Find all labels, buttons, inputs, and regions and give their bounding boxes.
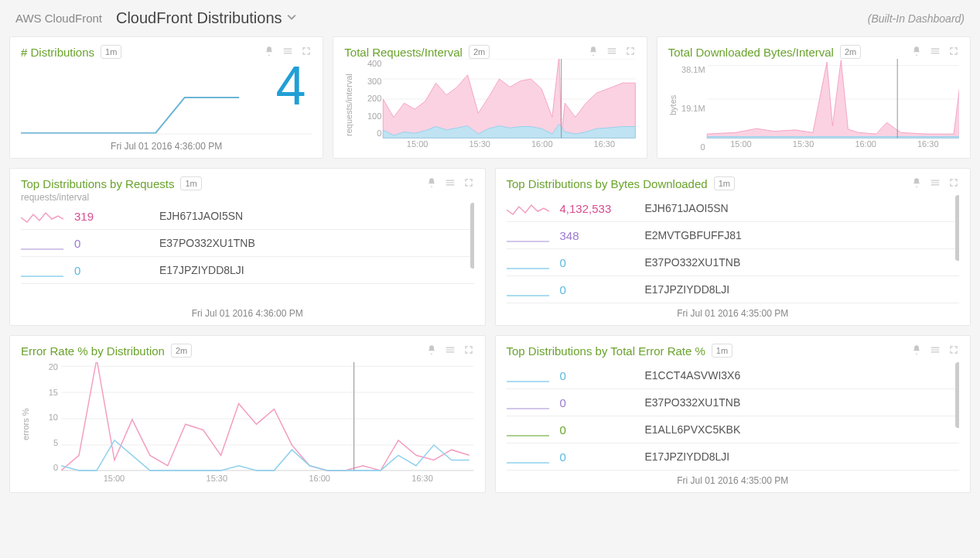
list-item[interactable]: 4,132,533EJH671JAOI5SN bbox=[507, 195, 960, 222]
y-axis-label: requests/interval bbox=[344, 59, 353, 152]
widget-title: Top Distributions by Total Error Rate % bbox=[507, 344, 705, 358]
widget-title: # Distributions bbox=[21, 46, 94, 59]
list-item[interactable]: 0E1ALL6PVXC5KBK bbox=[507, 416, 960, 443]
list-item-label: E1ALL6PVXC5KBK bbox=[645, 423, 741, 436]
list-item[interactable]: 0E37PO332XU1TNB bbox=[507, 389, 960, 416]
sparkline-icon bbox=[21, 262, 63, 278]
menu-icon[interactable] bbox=[930, 344, 941, 358]
list-item[interactable]: 319EJH671JAOI5SN bbox=[21, 203, 474, 230]
list-item[interactable]: 0E1CCT4ASVWI3X6 bbox=[507, 362, 960, 389]
bell-icon[interactable] bbox=[911, 177, 922, 190]
list-item[interactable]: 0E17JPZIYDD8LJI bbox=[507, 276, 960, 303]
list-item-value: 0 bbox=[560, 423, 645, 436]
bell-icon[interactable] bbox=[588, 46, 599, 59]
scrollbar[interactable] bbox=[955, 195, 959, 261]
list-item-label: E2MVTGBFUFFJ81 bbox=[645, 229, 742, 241]
expand-icon[interactable] bbox=[463, 344, 474, 358]
list-item-label: E17JPZIYDD8LJI bbox=[645, 450, 730, 463]
list-item[interactable]: 0E17JPZIYDD8LJI bbox=[507, 443, 960, 471]
list-item[interactable]: 0E37PO332XU1TNB bbox=[507, 249, 960, 276]
list-item[interactable]: 0E37PO332XU1TNB bbox=[21, 230, 474, 257]
bell-icon[interactable] bbox=[264, 46, 275, 59]
list-item-value: 319 bbox=[74, 210, 159, 223]
widget-top-error: Top Distributions by Total Error Rate % … bbox=[495, 335, 971, 493]
widget-timestamp: Fri Jul 01 2016 4:35:00 PM bbox=[507, 475, 960, 486]
widget-title: Top Distributions by Bytes Downloaded bbox=[507, 177, 708, 190]
x-ticks: 15:00 15:30 16:00 16:30 bbox=[678, 139, 959, 152]
sparkline-icon bbox=[507, 449, 549, 464]
list-item[interactable]: 348E2MVTGBFUFFJ81 bbox=[507, 222, 960, 249]
list-item-value: 0 bbox=[560, 283, 645, 296]
list-item-label: E1CCT4ASVWI3X6 bbox=[645, 369, 741, 382]
x-ticks: 15:00 15:30 16:00 16:30 bbox=[30, 474, 474, 486]
expand-icon[interactable] bbox=[948, 177, 959, 190]
list-item-value: 0 bbox=[74, 237, 159, 250]
widget-top-requests: Top Distributions by Requests 1m request… bbox=[9, 168, 486, 326]
interval-badge[interactable]: 2m bbox=[469, 45, 490, 59]
sparkline-icon bbox=[507, 282, 549, 297]
list-item-label: E37PO332XU1TNB bbox=[159, 237, 255, 249]
list-item-label: E37PO332XU1TNB bbox=[645, 396, 741, 409]
scrollbar[interactable] bbox=[955, 362, 959, 428]
widget-total-requests: Total Requests/Interval 2m requests/inte… bbox=[333, 36, 647, 159]
requests-chart[interactable]: 400 300 200 100 0 bbox=[353, 59, 635, 139]
sparkline-icon bbox=[507, 228, 549, 243]
error-rate-chart[interactable]: 20 15 10 5 0 bbox=[30, 362, 474, 474]
y-axis-label: bytes bbox=[668, 59, 678, 152]
menu-icon[interactable] bbox=[930, 46, 941, 59]
widget-timestamp: Fri Jul 01 2016 4:36:00 PM bbox=[21, 308, 474, 319]
dist-count-spark bbox=[21, 82, 312, 136]
page-header: AWS CloudFront CloudFront Distributions … bbox=[0, 0, 980, 36]
widget-timestamp: Fri Jul 01 2016 4:35:00 PM bbox=[507, 308, 960, 319]
widget-title: Total Downloaded Bytes/Interval bbox=[668, 46, 834, 59]
x-ticks: 15:00 15:30 16:00 16:30 bbox=[353, 139, 635, 152]
list-item-label: EJH671JAOI5SN bbox=[645, 202, 729, 214]
widget-subtitle: requests/interval bbox=[21, 192, 474, 203]
bytes-chart[interactable]: 38.1M 19.1M 0 bbox=[678, 59, 959, 139]
interval-badge[interactable]: 1m bbox=[714, 176, 735, 190]
sparkline-icon bbox=[21, 235, 63, 251]
scrollbar[interactable] bbox=[470, 203, 474, 269]
bell-icon[interactable] bbox=[426, 177, 437, 190]
menu-icon[interactable] bbox=[930, 177, 941, 190]
list-item-label: E17JPZIYDD8LJI bbox=[645, 283, 730, 296]
widget-timestamp: Fri Jul 01 2016 4:36:00 PM bbox=[21, 141, 312, 152]
widget-title: Error Rate % by Distribution bbox=[21, 344, 165, 358]
interval-badge[interactable]: 1m bbox=[712, 344, 732, 358]
expand-icon[interactable] bbox=[948, 344, 959, 358]
y-axis-label: errors % bbox=[21, 362, 30, 486]
list-item-value: 0 bbox=[74, 264, 159, 277]
expand-icon[interactable] bbox=[625, 46, 636, 59]
interval-badge[interactable]: 2m bbox=[171, 344, 192, 358]
expand-icon[interactable] bbox=[948, 46, 959, 59]
expand-icon[interactable] bbox=[463, 177, 474, 190]
sparkline-icon bbox=[507, 395, 549, 410]
bell-icon[interactable] bbox=[911, 344, 922, 358]
list-item-label: E37PO332XU1TNB bbox=[645, 256, 741, 269]
widget-dist-count: # Distributions 1m 4 Fri Jul 01 2016 4:3… bbox=[9, 36, 323, 159]
menu-icon[interactable] bbox=[445, 177, 456, 190]
sparkline-icon bbox=[507, 200, 549, 216]
list-item-value: 0 bbox=[560, 369, 645, 382]
widget-top-bytes: Top Distributions by Bytes Downloaded 1m… bbox=[495, 168, 971, 326]
list-item-value: 348 bbox=[560, 229, 645, 242]
menu-icon[interactable] bbox=[606, 46, 617, 59]
top-requests-list: 319EJH671JAOI5SN0E37PO332XU1TNB0E17JPZIY… bbox=[21, 203, 474, 303]
page-title[interactable]: CloudFront Distributions bbox=[116, 9, 282, 27]
bell-icon[interactable] bbox=[911, 46, 922, 59]
interval-badge[interactable]: 2m bbox=[840, 45, 861, 59]
list-item-value: 0 bbox=[560, 450, 645, 464]
interval-badge[interactable]: 1m bbox=[180, 176, 201, 190]
widget-total-bytes: Total Downloaded Bytes/Interval 2m bytes… bbox=[657, 36, 971, 159]
interval-badge[interactable]: 1m bbox=[101, 45, 121, 59]
list-item-value: 0 bbox=[560, 396, 645, 409]
chevron-down-icon[interactable] bbox=[287, 12, 296, 24]
menu-icon[interactable] bbox=[445, 344, 456, 358]
bell-icon[interactable] bbox=[426, 344, 437, 358]
sparkline-icon bbox=[21, 208, 63, 224]
sparkline-icon bbox=[507, 255, 549, 270]
list-item[interactable]: 0E17JPZIYDD8LJI bbox=[21, 257, 474, 284]
widget-title: Top Distributions by Requests bbox=[21, 177, 174, 190]
list-item-label: EJH671JAOI5SN bbox=[159, 210, 243, 222]
service-name: AWS CloudFront bbox=[15, 12, 102, 25]
